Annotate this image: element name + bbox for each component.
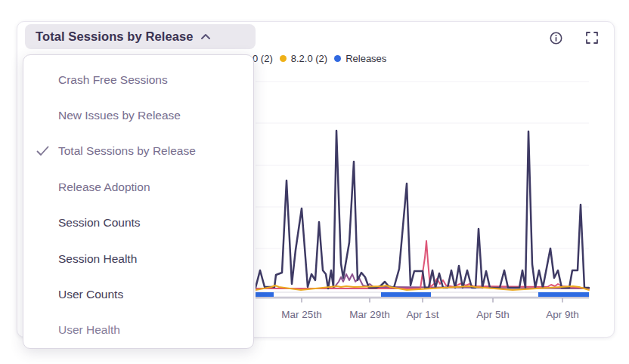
menu-item-label: Release Adoption bbox=[58, 180, 150, 194]
check-icon bbox=[36, 146, 58, 156]
legend-dot bbox=[280, 55, 287, 62]
menu-item-user-counts[interactable]: User Counts bbox=[23, 276, 253, 312]
chevron-up-icon bbox=[194, 33, 211, 40]
x-axis-labels: Mar 25thMar 29thApr 1stApr 5thApr 9th bbox=[256, 309, 590, 324]
menu-item-user-health[interactable]: User Health bbox=[23, 313, 253, 348]
expand-icon[interactable] bbox=[585, 31, 599, 45]
widget-title: Total Sessions by Release bbox=[36, 29, 194, 44]
widget-title-dropdown-trigger[interactable]: Total Sessions by Release bbox=[25, 24, 256, 49]
menu-item-label: User Counts bbox=[58, 288, 123, 301]
menu-item-crash-free-sessions[interactable]: Crash Free Sessions bbox=[23, 62, 253, 97]
x-axis-label-mar-29th: Mar 29th bbox=[349, 309, 389, 320]
menu-item-label: User Health bbox=[58, 323, 120, 337]
chart-legend: 0 (2) 8.2.0 (2)Releases bbox=[253, 52, 386, 64]
x-axis-label-apr-9th: Apr 9th bbox=[546, 309, 579, 320]
release-bar[interactable] bbox=[381, 292, 431, 297]
release-bar[interactable] bbox=[256, 292, 274, 297]
chart-area[interactable]: Mar 25thMar 29thApr 1stApr 5thApr 9th bbox=[256, 79, 590, 329]
release-bar[interactable] bbox=[538, 292, 589, 297]
x-axis-label-mar-25th: Mar 25th bbox=[281, 309, 321, 320]
legend-item-8-2-0-2[interactable]: 8.2.0 (2) bbox=[280, 53, 327, 64]
legend-item-partial[interactable]: 0 (2) bbox=[253, 53, 273, 64]
x-axis-label-apr-1st: Apr 1st bbox=[407, 309, 439, 320]
dashboard-page: Total Sessions by Release 0 (2) bbox=[0, 0, 629, 364]
menu-item-session-health[interactable]: Session Health bbox=[23, 241, 253, 276]
metric-dropdown-menu: Crash Free SessionsNew Issues by Release… bbox=[23, 54, 254, 349]
menu-item-label: New Issues by Release bbox=[58, 109, 181, 122]
menu-item-label: Crash Free Sessions bbox=[58, 73, 168, 87]
legend-dot bbox=[334, 55, 341, 62]
menu-item-release-adoption[interactable]: Release Adoption bbox=[23, 169, 253, 205]
menu-item-new-issues-by-release[interactable]: New Issues by Release bbox=[23, 97, 253, 133]
widget-actions bbox=[549, 31, 599, 45]
menu-item-label: Session Counts bbox=[58, 216, 141, 230]
legend-label: 8.2.0 (2) bbox=[291, 53, 327, 64]
legend-item-releases[interactable]: Releases bbox=[334, 53, 386, 64]
line-chart-plot[interactable] bbox=[256, 79, 590, 306]
series-release-navy bbox=[256, 131, 589, 288]
menu-item-total-sessions-by-release[interactable]: Total Sessions by Release bbox=[23, 134, 253, 169]
info-icon[interactable] bbox=[549, 31, 562, 45]
menu-item-label: Session Health bbox=[58, 252, 137, 266]
menu-item-session-counts[interactable]: Session Counts bbox=[23, 205, 253, 241]
legend-label: Releases bbox=[345, 53, 386, 64]
menu-item-label: Total Sessions by Release bbox=[58, 144, 196, 158]
x-axis-label-apr-5th: Apr 5th bbox=[476, 309, 510, 320]
